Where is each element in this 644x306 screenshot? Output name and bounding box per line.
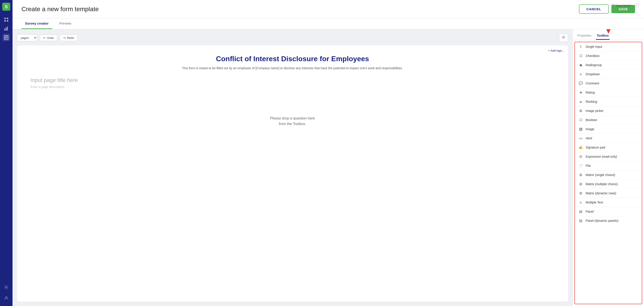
toolbox-item-dropdown[interactable]: ≡ Dropdown: [575, 70, 642, 79]
tabs-bar: Survey creator Preview: [12, 18, 644, 29]
html-label: Html: [586, 136, 592, 140]
panel-label: Panel: [586, 210, 594, 213]
expression-label: Expression (read-only): [586, 155, 617, 158]
svg-rect-6: [4, 28, 5, 30]
svg-rect-3: [7, 18, 8, 19]
toolbox-item-matrix-dynamic[interactable]: ⊞ Matrix (dynamic rows): [575, 189, 642, 198]
svg-text:⟳: ⟳: [636, 4, 638, 6]
svg-rect-4: [4, 20, 6, 22]
html-icon: <>: [578, 136, 583, 140]
sidebar-icon-dashboard[interactable]: [3, 16, 10, 23]
toolbox-item-comment[interactable]: 💬 Comment: [575, 79, 642, 88]
toolbox-item-multiple-text[interactable]: ≡ Multiple Text: [575, 198, 642, 207]
page-title-input[interactable]: Input page title here: [30, 77, 554, 83]
toolbox-item-single-input[interactable]: T Single Input: [575, 42, 642, 51]
ranking-icon: ≣: [578, 99, 583, 104]
toolbox-item-expression[interactable]: ⊟ Expression (read-only): [575, 152, 642, 161]
signature-pad-label: Signature pad: [586, 146, 605, 149]
matrix-dynamic-icon: ⊞: [578, 191, 583, 195]
panel-tabs: Properties Toolbox: [573, 29, 644, 40]
app-logo[interactable]: S: [2, 3, 10, 11]
svg-rect-7: [6, 27, 6, 30]
image-picker-label: Image picker: [586, 109, 604, 113]
tab-survey-creator[interactable]: Survey creator: [22, 18, 52, 29]
tab-preview[interactable]: Preview: [56, 18, 75, 29]
svg-text:S: S: [5, 4, 8, 9]
add-logo-button[interactable]: + Add logo...: [548, 49, 564, 52]
matrix-multiple-icon: ⊞: [578, 182, 583, 186]
toolbox-item-matrix-multiple[interactable]: ⊞ Matrix (multiple choice): [575, 180, 642, 189]
toolbox-item-file[interactable]: 📄 File: [575, 161, 642, 170]
toolbox-item-html[interactable]: <> Html: [575, 134, 642, 143]
toolbox-tab[interactable]: Toolbox: [596, 32, 610, 40]
undo-button[interactable]: ↩ Undo: [40, 35, 57, 41]
toolbox-list: T Single Input ☑ Checkbox ◉ Radiogroup ≡…: [575, 42, 642, 225]
sidebar-icon-profile[interactable]: [3, 295, 10, 302]
svg-rect-5: [7, 20, 8, 22]
content-area: page1 ↩ Undo ↪ Redo + Add logo...: [12, 29, 644, 306]
toolbox-item-ranking[interactable]: ≣ Ranking: [575, 97, 642, 106]
sidebar-icon-settings[interactable]: [3, 284, 10, 291]
panel-icon: ▤: [578, 209, 583, 214]
radiogroup-icon: ◉: [578, 63, 583, 67]
panel-dynamic-label: Panel (dynamic panels): [586, 219, 618, 223]
toolbox-item-image-picker[interactable]: ⊞ Image picker: [575, 106, 642, 115]
redo-icon: ↪: [63, 36, 66, 39]
undo-icon: ↩: [43, 36, 46, 39]
page-description-input[interactable]: Enter a page description: [30, 85, 554, 89]
toolbox-item-signature-pad[interactable]: ✍ Signature pad: [575, 143, 642, 152]
panel-dynamic-icon: ▤: [578, 218, 583, 223]
radiogroup-label: Radiogroup: [586, 63, 602, 67]
toolbox-item-matrix-single[interactable]: ⊞ Matrix (single choice): [575, 170, 642, 180]
expression-icon: ⊟: [578, 154, 583, 159]
toolbox-item-rating[interactable]: ★ Rating: [575, 88, 642, 97]
toolbox-panel: T Single Input ☑ Checkbox ◉ Radiogroup ≡…: [574, 42, 642, 304]
global-top-nav: ? Need help? ⟳: [606, 0, 644, 11]
svg-rect-2: [4, 18, 6, 19]
checkbox-icon: ☑: [578, 54, 583, 58]
file-label: File: [586, 164, 591, 168]
redo-button[interactable]: ↪ Redo: [60, 35, 77, 41]
svg-point-14: [5, 297, 7, 298]
page-title: Create a new form template: [22, 5, 99, 13]
comment-label: Comment: [586, 81, 599, 85]
toolbox-item-radiogroup[interactable]: ◉ Radiogroup: [575, 60, 642, 70]
svg-text:?: ?: [612, 4, 614, 7]
matrix-multiple-label: Matrix (multiple choice): [586, 182, 618, 186]
sidebar: S: [0, 0, 12, 306]
main-content: ? Need help? ⟳ Create a new form templat…: [12, 0, 644, 306]
properties-tab[interactable]: Properties: [576, 32, 592, 40]
toolbox-item-panel-dynamic[interactable]: ▤ Panel (dynamic panels): [575, 216, 642, 225]
editor-toolbar: page1 ↩ Undo ↪ Redo: [17, 34, 568, 42]
signature-pad-icon: ✍: [578, 145, 583, 150]
toolbox-item-checkbox[interactable]: ☑ Checkbox: [575, 51, 642, 60]
comment-icon: 💬: [578, 81, 583, 85]
sidebar-bottom: [3, 284, 10, 303]
svg-rect-8: [7, 26, 8, 30]
page-selector[interactable]: page1: [17, 34, 37, 41]
dropdown-icon: ≡: [578, 72, 583, 76]
rating-label: Rating: [586, 91, 594, 94]
sidebar-icon-charts[interactable]: [3, 25, 10, 32]
toolbox-item-panel[interactable]: ▤ Panel: [575, 207, 642, 216]
file-icon: 📄: [578, 164, 583, 168]
settings-button[interactable]: [559, 34, 568, 42]
toolbox-item-boolean[interactable]: ☑ Boolean: [575, 115, 642, 125]
toolbar-left: page1 ↩ Undo ↪ Redo: [17, 34, 77, 41]
notification-icon[interactable]: ⟳: [634, 3, 639, 8]
survey-editor: page1 ↩ Undo ↪ Redo + Add logo...: [12, 29, 572, 306]
survey-title: Conflict of Interest Disclosure for Empl…: [30, 54, 554, 64]
image-picker-icon: ⊞: [578, 109, 583, 113]
toolbox-item-image[interactable]: 🖼 Image: [575, 125, 642, 134]
need-help-link[interactable]: ? Need help?: [611, 4, 631, 7]
survey-description: This form is meant to be filled out by a…: [30, 66, 554, 70]
svg-point-19: [563, 37, 564, 38]
svg-point-13: [6, 287, 7, 288]
multiple-text-label: Multiple Text: [586, 201, 603, 204]
matrix-dynamic-label: Matrix (dynamic rows): [586, 191, 616, 195]
matrix-single-icon: ⊞: [578, 173, 583, 177]
rating-icon: ★: [578, 90, 583, 95]
cancel-button[interactable]: CANCEL: [579, 4, 609, 14]
sidebar-icon-forms[interactable]: [3, 34, 10, 41]
matrix-single-label: Matrix (single choice): [586, 173, 615, 177]
